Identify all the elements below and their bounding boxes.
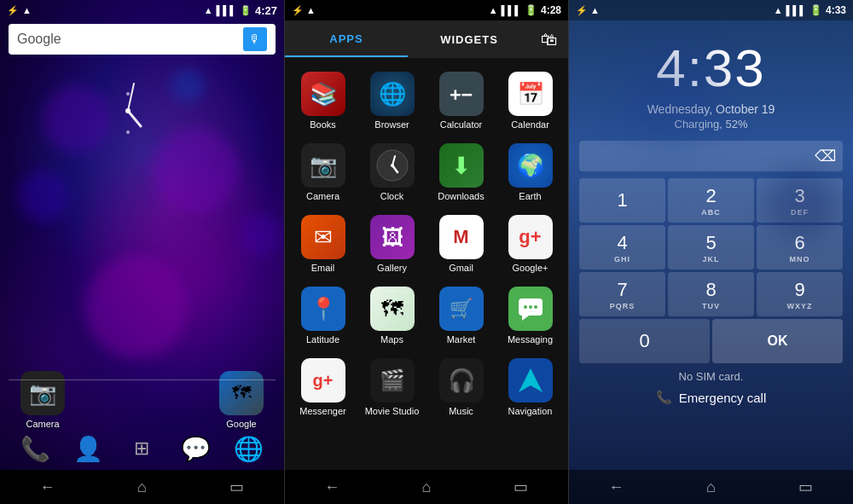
market-icon: 🛒	[439, 287, 484, 331]
drawer-tab-bar: APPS WIDGETS 🛍	[285, 20, 568, 58]
key-2-sub: ABC	[701, 208, 721, 217]
calendar-label: Calendar	[511, 119, 549, 130]
tab-widgets[interactable]: WIDGETS	[408, 23, 531, 56]
key-5[interactable]: 5 JKL	[668, 225, 754, 269]
latitude-icon: 📍	[301, 287, 345, 331]
app-gallery[interactable]: 🖼 Gallery	[357, 208, 426, 280]
home-icon-s2: ⌂	[422, 478, 432, 496]
key-8[interactable]: 8 TUV	[668, 272, 754, 316]
key-2-num: 2	[705, 185, 716, 207]
svg-point-4	[126, 130, 130, 134]
home-button-s3[interactable]: ⌂	[690, 470, 733, 504]
dock-browser[interactable]: 🌐	[228, 427, 270, 470]
key-ok[interactable]: OK	[712, 319, 843, 363]
back-icon-s2: ←	[324, 478, 339, 496]
movie-studio-label: Movie Studio	[365, 406, 420, 416]
store-button[interactable]: 🛍	[531, 20, 568, 58]
keypad-bottom-row: 0 OK	[579, 319, 843, 363]
key-2[interactable]: 2 ABC	[668, 178, 754, 223]
messaging-icon	[508, 287, 553, 331]
emergency-call-label: Emergency call	[679, 391, 767, 405]
app-calculator[interactable]: +− Calculator	[426, 65, 496, 136]
signal-s2: ▌▌▌	[502, 5, 521, 15]
dock-phone[interactable]: 📞	[14, 427, 56, 470]
app-gmail[interactable]: M Gmail	[426, 208, 496, 280]
tab-apps[interactable]: APPS	[285, 22, 408, 57]
key-9-num: 9	[794, 279, 804, 301]
app-music[interactable]: 🎧 Music	[426, 351, 496, 423]
app-navigation[interactable]: Navigation	[496, 351, 565, 423]
googleplus-icon: g+	[508, 215, 553, 259]
app-googleplus[interactable]: g+ Google+	[496, 208, 565, 280]
gallery-label: Gallery	[377, 263, 407, 273]
svg-point-11	[524, 305, 527, 309]
signal-bars: ▌▌▌	[217, 5, 236, 15]
messaging-label: Messaging	[508, 334, 553, 345]
recent-button-s2[interactable]: ▭	[500, 470, 543, 504]
key-5-sub: JKL	[702, 255, 719, 264]
wifi-icon: ▲	[204, 5, 213, 15]
emergency-call-button[interactable]: 📞 Emergency call	[569, 390, 853, 405]
status-bar-right: ▲ ▌▌▌ 🔋 4:27	[204, 4, 277, 17]
email-icon: ✉	[301, 215, 345, 259]
pin-display: ⌫	[579, 141, 843, 171]
backspace-button[interactable]: ⌫	[815, 147, 836, 165]
nav-bar-s3: ← ⌂ ▭	[569, 470, 853, 504]
home-button-s1[interactable]: ⌂	[121, 470, 164, 504]
maps-icon: 🗺	[370, 287, 415, 331]
app-browser[interactable]: 🌐 Browser	[357, 65, 426, 136]
camera-icon: 📷	[301, 143, 345, 188]
back-button-s1[interactable]: ←	[26, 470, 69, 504]
s3-status-right: ▲ ▌▌▌ 🔋 4:33	[774, 4, 846, 16]
app-maps[interactable]: 🗺 Maps	[357, 280, 426, 351]
home-button-s2[interactable]: ⌂	[405, 470, 448, 504]
home-icon-s3: ⌂	[706, 478, 716, 496]
key-1[interactable]: 1	[579, 178, 665, 223]
key-8-sub: TUV	[702, 302, 720, 310]
back-button-s2[interactable]: ←	[310, 470, 353, 504]
wifi-s3: ▲	[774, 5, 783, 15]
app-camera[interactable]: 📷 Camera	[288, 136, 357, 208]
mic-button[interactable]: 🎙	[243, 27, 267, 51]
calendar-icon: 📅	[508, 72, 553, 116]
app-latitude[interactable]: 📍 Latitude	[288, 280, 357, 351]
dock-contacts[interactable]: 👤	[67, 427, 110, 470]
key-0-num: 0	[639, 330, 649, 352]
back-button-s3[interactable]: ←	[595, 470, 638, 504]
navigation-label: Navigation	[508, 406, 553, 416]
dock: 📞 👤 ⊞ 💬 🌐	[0, 427, 284, 470]
maps-label: Maps	[380, 334, 403, 345]
books-label: Books	[310, 119, 336, 130]
app-calendar[interactable]: 📅 Calendar	[496, 65, 565, 136]
key-4[interactable]: 4 GHI	[579, 225, 665, 269]
app-market[interactable]: 🛒 Market	[426, 280, 496, 351]
recent-button-s3[interactable]: ▭	[785, 470, 827, 504]
key-7[interactable]: 7 PQRS	[579, 272, 665, 316]
key-4-sub: GHI	[614, 255, 630, 264]
app-earth[interactable]: 🌍 Earth	[496, 136, 565, 208]
dock-apps[interactable]: ⊞	[120, 427, 163, 470]
downloads-label: Downloads	[438, 191, 484, 201]
svg-line-1	[128, 84, 134, 111]
svg-line-0	[128, 111, 141, 126]
earth-icon: 🌍	[508, 143, 553, 188]
app-clock[interactable]: Clock	[357, 136, 426, 208]
app-movie-studio[interactable]: 🎬 Movie Studio	[357, 351, 426, 423]
app-email[interactable]: ✉ Email	[288, 208, 357, 280]
app-books[interactable]: 📚 Books	[288, 65, 357, 136]
key-5-num: 5	[705, 232, 716, 254]
recent-button-s1[interactable]: ▭	[216, 470, 258, 504]
app-messaging[interactable]: Messaging	[496, 280, 565, 351]
recent-icon-s2: ▭	[514, 478, 528, 496]
key-9[interactable]: 9 WXYZ	[757, 272, 843, 316]
messenger-icon: g+	[301, 358, 345, 403]
dock-sms[interactable]: 💬	[174, 427, 217, 470]
messenger-label: Messenger	[299, 406, 345, 416]
app-downloads[interactable]: ⬇ Downloads	[426, 136, 496, 208]
gallery-icon: 🖼	[370, 215, 415, 259]
key-9-sub: WXYZ	[787, 302, 813, 310]
search-bar[interactable]: Google 🎙	[9, 24, 276, 55]
key-0[interactable]: 0	[579, 319, 710, 363]
app-messenger[interactable]: g+ Messenger	[288, 351, 357, 423]
svg-point-2	[125, 108, 131, 113]
